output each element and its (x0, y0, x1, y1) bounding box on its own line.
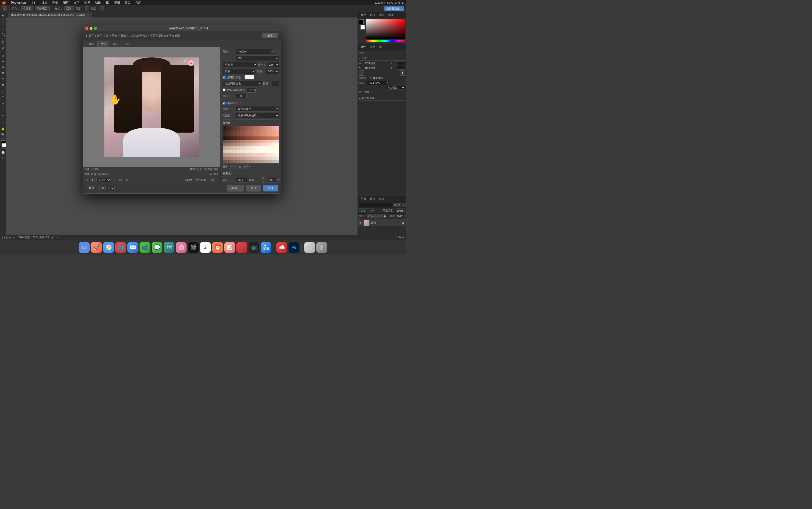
color-cell[interactable] (223, 133, 226, 136)
matte-color[interactable] (245, 75, 254, 79)
dock-appletv[interactable]: 📺 (249, 242, 259, 253)
palette-select[interactable]: 可选择 (223, 62, 257, 67)
color-cell[interactable] (275, 130, 279, 133)
color-cell[interactable] (251, 146, 254, 150)
color-cell[interactable] (254, 126, 258, 130)
color-cell[interactable] (247, 146, 251, 150)
color-cell[interactable] (258, 160, 261, 163)
menu-help[interactable]: 帮助 (134, 0, 143, 5)
close-btn[interactable] (85, 27, 88, 30)
color-cell[interactable] (244, 136, 247, 140)
save-button[interactable]: 存储... (227, 185, 244, 192)
tool-pen[interactable]: ✒ (0, 101, 6, 107)
color-cell[interactable] (247, 126, 251, 130)
color-cell[interactable] (237, 160, 240, 163)
color-cell[interactable] (261, 126, 265, 130)
height-input[interactable] (100, 6, 104, 11)
preview-image[interactable]: 🌸 ✿ ✋ (83, 47, 220, 167)
reset-btn[interactable]: ⟳ (102, 186, 104, 190)
color-cell[interactable] (233, 157, 237, 160)
color-cell[interactable] (254, 133, 258, 136)
color-cell[interactable] (226, 133, 230, 136)
color-cell[interactable] (244, 126, 247, 130)
color-cell[interactable] (223, 150, 226, 153)
preset-select[interactable]: [未命名] (236, 49, 274, 54)
color-cell[interactable] (244, 157, 247, 160)
color-cell[interactable] (261, 133, 265, 136)
color-cell[interactable] (258, 153, 261, 157)
tool-path-select[interactable]: ↖ (0, 113, 6, 118)
color-cell[interactable] (244, 153, 247, 157)
dock-finder2[interactable]: 🗂 (304, 242, 315, 253)
layer-visibility-eye[interactable]: 👁 (359, 221, 362, 225)
color-cell[interactable] (237, 150, 240, 153)
color-cell[interactable] (261, 146, 265, 150)
color-cell[interactable] (258, 136, 261, 140)
dock-mail[interactable]: ✉️ (127, 242, 138, 253)
color-cell[interactable] (226, 157, 230, 160)
color-cell[interactable] (268, 153, 272, 157)
color-cell[interactable] (223, 146, 226, 150)
tool-screen-mode[interactable]: ⬡ (0, 156, 6, 161)
background-color[interactable] (2, 143, 6, 147)
color-cell[interactable] (223, 140, 226, 143)
color-cell[interactable] (237, 126, 240, 130)
color-cell[interactable] (237, 157, 240, 160)
color-cell[interactable] (226, 136, 230, 140)
web-color-select[interactable]: 0% (247, 87, 258, 93)
img-width-input[interactable] (236, 177, 248, 182)
color-cell[interactable] (240, 153, 244, 157)
color-cell[interactable] (237, 130, 240, 133)
color-cell[interactable] (261, 160, 265, 163)
color-cell[interactable] (247, 143, 251, 147)
style-select[interactable]: 正常 (64, 6, 74, 11)
color-cell[interactable] (237, 153, 240, 157)
color-cell[interactable] (230, 133, 233, 136)
zoom-select[interactable]: 33.3% (97, 178, 111, 182)
color-cell[interactable] (258, 130, 261, 133)
color-cell[interactable] (254, 146, 258, 150)
transparency-dither-select[interactable]: 无透明度仿色 (223, 81, 262, 86)
color-cell[interactable] (265, 153, 268, 157)
color-cell[interactable] (251, 126, 254, 130)
portrait-btn[interactable]: ⬌ (359, 70, 364, 76)
bg-color-swatch[interactable] (360, 25, 365, 30)
color-cell[interactable] (233, 136, 237, 140)
channels-tab[interactable]: 通道 (368, 196, 377, 202)
color-cell[interactable] (247, 136, 251, 140)
tab-original[interactable]: 原稿 (85, 41, 97, 47)
dock-chrome[interactable]: 🌐 (115, 242, 126, 253)
color-cell[interactable] (240, 143, 244, 147)
feather-input[interactable]: 0 像素 (21, 6, 33, 11)
filter-type-btn[interactable]: ⌖ (402, 203, 406, 207)
apple-menu[interactable]: 🍎 (2, 1, 6, 5)
width-input[interactable] (85, 6, 89, 11)
color-cell[interactable] (251, 140, 254, 143)
menu-filter[interactable]: 滤镜 (93, 0, 103, 5)
color-cell[interactable] (261, 153, 265, 157)
swatches-tab[interactable]: 色板 (368, 12, 377, 18)
color-cell[interactable] (272, 140, 275, 143)
color-cell[interactable] (251, 143, 254, 147)
preview-browser-btn[interactable]: 预览... (86, 185, 100, 191)
fill-opacity-input[interactable] (396, 214, 405, 218)
lock-all-btn[interactable]: 🔒 (383, 214, 386, 218)
tool-type[interactable]: T (0, 107, 6, 112)
color-cell[interactable] (240, 146, 244, 150)
minimize-btn[interactable] (89, 27, 93, 30)
color-cell[interactable] (261, 150, 265, 153)
color-cell[interactable] (265, 140, 268, 143)
tool-crop[interactable]: ⊡ (0, 40, 6, 45)
color-cell[interactable] (251, 136, 254, 140)
color-cell[interactable] (233, 130, 237, 133)
color-cell[interactable] (268, 126, 272, 130)
color-cell[interactable] (268, 146, 272, 150)
tool-brush[interactable]: ✏ (0, 59, 6, 64)
color-cell[interactable] (244, 143, 247, 147)
color-cell[interactable] (247, 133, 251, 136)
color-cell[interactable] (254, 160, 258, 163)
color-cell[interactable] (261, 130, 265, 133)
srgb-checkbox[interactable]: 转换为 sRGB (223, 101, 242, 105)
tool-move[interactable]: ✥ (0, 13, 6, 19)
color-cell[interactable] (223, 136, 226, 140)
